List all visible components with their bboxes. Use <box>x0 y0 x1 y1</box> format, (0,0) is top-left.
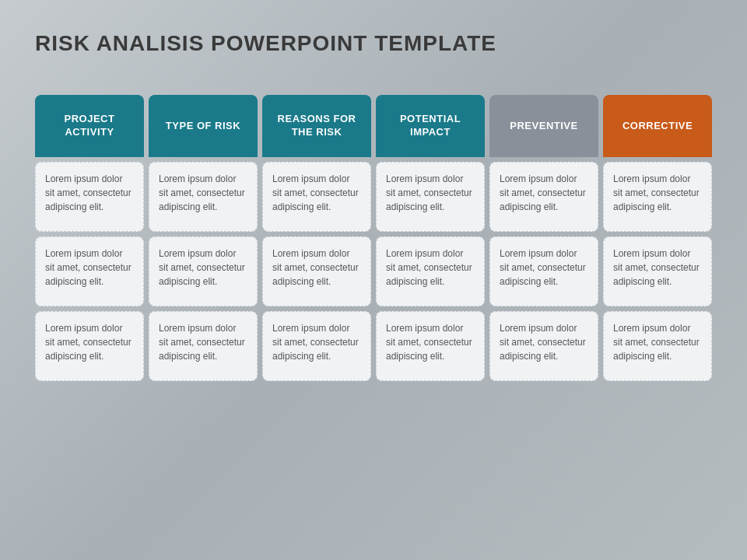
table-cell: Lorem ipsum dolor sit amet, consectetur … <box>603 162 712 232</box>
slide: RISK ANALISIS POWERPOINT TEMPLATE PROJEC… <box>0 0 747 560</box>
table-cell: Lorem ipsum dolor sit amet, consectetur … <box>376 236 485 306</box>
table-cell: Lorem ipsum dolor sit amet, consectetur … <box>149 162 258 232</box>
header-row: PROJECT ACTIVITYTYPE OF RISKREASONS FOR … <box>35 95 712 157</box>
table-cell: Lorem ipsum dolor sit amet, consectetur … <box>489 311 598 381</box>
header-type-of-risk: TYPE OF RISK <box>149 95 258 157</box>
table-row: Lorem ipsum dolor sit amet, consectetur … <box>35 236 712 306</box>
table-cell: Lorem ipsum dolor sit amet, consectetur … <box>35 162 144 232</box>
table-cell: Lorem ipsum dolor sit amet, consectetur … <box>603 236 712 306</box>
table-cell: Lorem ipsum dolor sit amet, consectetur … <box>603 311 712 381</box>
table-cell: Lorem ipsum dolor sit amet, consectetur … <box>489 236 598 306</box>
table-cell: Lorem ipsum dolor sit amet, consectetur … <box>35 236 144 306</box>
table-cell: Lorem ipsum dolor sit amet, consectetur … <box>376 162 485 232</box>
page-title: RISK ANALISIS POWERPOINT TEMPLATE <box>35 31 712 56</box>
table-cell: Lorem ipsum dolor sit amet, consectetur … <box>489 162 598 232</box>
header-reasons-for-risk: REASONS FOR THE RISK <box>262 95 371 157</box>
table-cell: Lorem ipsum dolor sit amet, consectetur … <box>262 162 371 232</box>
data-rows: Lorem ipsum dolor sit amet, consectetur … <box>35 162 712 381</box>
table-cell: Lorem ipsum dolor sit amet, consectetur … <box>262 236 371 306</box>
table-cell: Lorem ipsum dolor sit amet, consectetur … <box>35 311 144 381</box>
table-row: Lorem ipsum dolor sit amet, consectetur … <box>35 311 712 381</box>
risk-table: PROJECT ACTIVITYTYPE OF RISKREASONS FOR … <box>35 95 712 529</box>
table-row: Lorem ipsum dolor sit amet, consectetur … <box>35 162 712 232</box>
header-project-activity: PROJECT ACTIVITY <box>35 95 144 157</box>
header-preventive: PREVENTIVE <box>489 95 598 157</box>
table-cell: Lorem ipsum dolor sit amet, consectetur … <box>262 311 371 381</box>
header-potential-impact: POTENTIAL IMPACT <box>376 95 485 157</box>
table-cell: Lorem ipsum dolor sit amet, consectetur … <box>149 311 258 381</box>
table-cell: Lorem ipsum dolor sit amet, consectetur … <box>149 236 258 306</box>
header-corrective: CORRECTIVE <box>603 95 712 157</box>
table-cell: Lorem ipsum dolor sit amet, consectetur … <box>376 311 485 381</box>
